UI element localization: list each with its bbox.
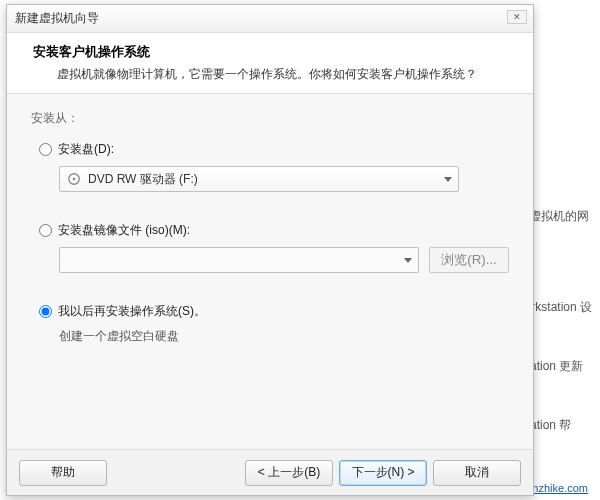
cancel-button[interactable]: 取消: [433, 460, 521, 486]
chevron-down-icon: [444, 177, 452, 182]
svg-point-1: [73, 178, 76, 181]
radio-install-later[interactable]: [39, 305, 52, 318]
dialog-body: 安装从： 安装盘(D): DVD RW 驱动器 (F:) 安装盘镜像文件 (is: [7, 94, 533, 449]
radio-install-later-label[interactable]: 我以后再安装操作系统(S)。: [58, 303, 206, 320]
page-description: 虚拟机就像物理计算机，它需要一个操作系统。你将如何安装客户机操作系统？: [57, 65, 513, 83]
chevron-down-icon: [404, 258, 412, 263]
close-icon[interactable]: ✕: [507, 10, 527, 24]
browse-button[interactable]: 浏览(R)...: [429, 247, 509, 273]
help-button[interactable]: 帮助: [19, 460, 107, 486]
radio-install-iso[interactable]: [39, 224, 52, 237]
titlebar[interactable]: 新建虚拟机向导 ✕: [7, 5, 533, 33]
radio-install-disc-label[interactable]: 安装盘(D):: [58, 141, 114, 158]
titlebar-text: 新建虚拟机向导: [15, 10, 99, 27]
header-panel: 安装客户机操作系统 虚拟机就像物理计算机，它需要一个操作系统。你将如何安装客户机…: [7, 33, 533, 94]
page-title: 安装客户机操作系统: [33, 43, 513, 61]
wizard-dialog: 新建虚拟机向导 ✕ 安装客户机操作系统 虚拟机就像物理计算机，它需要一个操作系统…: [6, 4, 534, 496]
radio-install-iso-label[interactable]: 安装盘镜像文件 (iso)(M):: [58, 222, 190, 239]
drive-dropdown-value: DVD RW 驱动器 (F:): [88, 171, 198, 188]
next-button[interactable]: 下一步(N) >: [339, 460, 427, 486]
dialog-footer: 帮助 < 上一步(B) 下一步(N) > 取消: [7, 449, 533, 495]
option-install-iso: 安装盘镜像文件 (iso)(M): 浏览(R)...: [31, 222, 509, 273]
disc-drive-icon: [66, 171, 82, 187]
option-install-later: 我以后再安装操作系统(S)。 创建一个虚拟空白硬盘: [31, 303, 509, 345]
radio-install-disc[interactable]: [39, 143, 52, 156]
install-later-hint: 创建一个虚拟空白硬盘: [59, 328, 509, 345]
drive-dropdown[interactable]: DVD RW 驱动器 (F:): [59, 166, 459, 192]
option-install-disc: 安装盘(D): DVD RW 驱动器 (F:): [31, 141, 509, 192]
back-button[interactable]: < 上一步(B): [245, 460, 333, 486]
iso-path-combo[interactable]: [59, 247, 419, 273]
install-from-label: 安装从：: [31, 110, 509, 127]
